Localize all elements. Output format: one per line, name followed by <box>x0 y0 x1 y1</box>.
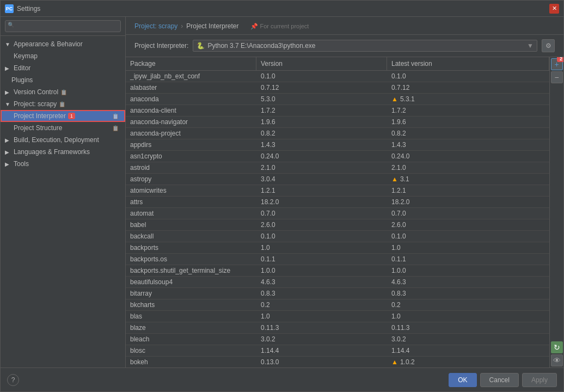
sidebar-item-label: Project Interpreter <box>14 112 66 120</box>
python-icon: 🐍 <box>197 42 205 50</box>
sidebar-item-version-control[interactable]: ▶ Version Control 📋 <box>1 86 125 98</box>
table-row[interactable]: astroid2.1.02.1.0 <box>126 162 549 174</box>
table-row[interactable]: anaconda-project0.8.20.8.2 <box>126 128 549 139</box>
cancel-button[interactable]: Cancel <box>480 373 519 387</box>
table-row[interactable]: bokeh0.13.0▲1.0.2 <box>126 357 549 367</box>
sidebar-item-label: Project: scrapy <box>14 100 57 108</box>
table-row[interactable]: atomicwrites1.2.11.2.1 <box>126 185 549 197</box>
copy-icon: 📋 <box>112 113 119 119</box>
interpreter-settings-button[interactable]: ⚙ <box>542 39 555 52</box>
table-row[interactable]: blaze0.11.30.11.3 <box>126 322 549 334</box>
package-name: backports.os <box>126 254 256 265</box>
settings-window: PC Settings ✕ ▼ Appearance & Behavior Ke… <box>0 0 564 392</box>
table-row[interactable]: attrs18.2.018.2.0 <box>126 197 549 208</box>
sidebar-item-plugins[interactable]: Plugins <box>1 74 125 86</box>
package-name: bleach <box>126 334 256 345</box>
refresh-button[interactable]: ↻ <box>551 341 563 353</box>
sidebar-item-label: Editor <box>14 64 30 72</box>
interpreter-select[interactable]: 🐍 Python 3.7 E:\Anaconda3\python.exe ▼ <box>193 40 537 52</box>
package-latest: 0.7.12 <box>387 82 549 93</box>
help-button[interactable]: ? <box>7 374 19 386</box>
package-latest: 0.1.1 <box>387 254 549 265</box>
sidebar-item-keymap[interactable]: Keymap <box>1 50 125 62</box>
package-name: astroid <box>126 162 256 173</box>
table-row[interactable]: babel2.6.02.6.0 <box>126 219 549 231</box>
breadcrumb-project[interactable]: Project: scrapy <box>134 22 177 30</box>
package-latest: ▲1.0.2 <box>387 357 549 367</box>
package-latest: 2.1.0 <box>387 162 549 173</box>
table-row[interactable]: backports.os0.1.10.1.1 <box>126 254 549 265</box>
add-package-button[interactable]: + 2 <box>551 58 563 70</box>
packages-table: Package Version Latest version _ipyw_jla… <box>126 57 549 367</box>
package-latest: 1.0 <box>387 311 549 322</box>
package-name: backcall <box>126 231 256 242</box>
package-name: anaconda <box>126 94 256 105</box>
table-row[interactable]: backcall0.1.00.1.0 <box>126 231 549 242</box>
table-row[interactable]: appdirs1.4.31.4.3 <box>126 139 549 151</box>
expand-arrow-icon: ▶ <box>5 137 11 143</box>
table-row[interactable]: _ipyw_jlab_nb_ext_conf0.1.00.1.0 <box>126 71 549 82</box>
table-row[interactable]: automat0.7.00.7.0 <box>126 208 549 219</box>
table-row[interactable]: beautifulsoup44.6.34.6.3 <box>126 277 549 288</box>
package-name: blas <box>126 311 256 322</box>
package-name: blosc <box>126 345 256 356</box>
close-button[interactable]: ✕ <box>549 4 559 14</box>
sidebar-item-languages[interactable]: ▶ Languages & Frameworks <box>1 146 125 158</box>
package-latest: 4.6.3 <box>387 277 549 287</box>
sidebar-item-project[interactable]: ▼ Project: scrapy 📋 <box>1 98 125 110</box>
table-row[interactable]: anaconda5.3.0▲5.3.1 <box>126 94 549 105</box>
package-version: 3.0.4 <box>256 174 387 185</box>
gear-icon: ⚙ <box>545 42 551 50</box>
sidebar-item-label: Build, Execution, Deployment <box>14 136 99 144</box>
info-button[interactable]: 👁 <box>551 354 563 366</box>
sidebar-item-label: Plugins <box>11 76 33 84</box>
sidebar-item-appearance[interactable]: ▼ Appearance & Behavior <box>1 38 125 50</box>
table-row[interactable]: backports1.01.0 <box>126 242 549 254</box>
sidebar: ▼ Appearance & Behavior Keymap ▶ Editor … <box>1 17 126 367</box>
table-row[interactable]: asn1crypto0.24.00.24.0 <box>126 151 549 162</box>
package-latest: 0.11.3 <box>387 322 549 333</box>
sidebar-item-editor[interactable]: ▶ Editor <box>1 62 125 74</box>
col-version: Version <box>256 57 387 70</box>
package-name: alabaster <box>126 82 256 93</box>
breadcrumb: Project: scrapy › Project Interpreter 📌 … <box>126 17 563 35</box>
table-row[interactable]: backports.shutil_get_terminal_size1.0.01… <box>126 265 549 277</box>
sidebar-item-build[interactable]: ▶ Build, Execution, Deployment <box>1 134 125 146</box>
table-body: _ipyw_jlab_nb_ext_conf0.1.00.1.0alabaste… <box>126 71 549 367</box>
sidebar-item-label: Languages & Frameworks <box>14 148 90 156</box>
table-row[interactable]: anaconda-client1.7.21.7.2 <box>126 105 549 117</box>
interpreter-row: Project Interpreter: 🐍 Python 3.7 E:\Ana… <box>126 35 563 57</box>
table-row[interactable]: blas1.01.0 <box>126 311 549 322</box>
table-row[interactable]: astropy3.0.4▲3.1 <box>126 174 549 185</box>
package-latest: 0.24.0 <box>387 151 549 162</box>
table-row[interactable]: blosc1.14.41.14.4 <box>126 345 549 357</box>
package-name: bokeh <box>126 357 256 367</box>
eye-icon: 👁 <box>553 356 561 365</box>
sidebar-item-project-structure[interactable]: Project Structure 📋 <box>1 122 125 134</box>
search-input[interactable] <box>5 20 121 32</box>
package-latest: 1.0.0 <box>387 265 549 276</box>
package-name: beautifulsoup4 <box>126 277 256 287</box>
minus-icon: − <box>554 73 559 82</box>
remove-package-button[interactable]: − <box>551 71 563 83</box>
ok-button[interactable]: OK <box>449 373 476 387</box>
table-row[interactable]: bitarray0.8.30.8.3 <box>126 288 549 299</box>
package-latest: 18.2.0 <box>387 197 549 207</box>
package-version: 2.6.0 <box>256 219 387 230</box>
package-latest: 0.1.0 <box>387 231 549 242</box>
title-bar: PC Settings ✕ <box>1 1 563 17</box>
package-latest: 2.6.0 <box>387 219 549 230</box>
table-row[interactable]: bleach3.0.23.0.2 <box>126 334 549 345</box>
table-row[interactable]: bkcharts0.20.2 <box>126 299 549 311</box>
expand-arrow-icon: ▶ <box>5 89 11 95</box>
update-badge: 1 <box>68 113 75 119</box>
table-row[interactable]: anaconda-navigator1.9.61.9.6 <box>126 117 549 128</box>
apply-button[interactable]: Apply <box>522 373 557 387</box>
table-row[interactable]: alabaster0.7.120.7.12 <box>126 82 549 94</box>
pin-icon: 📌 <box>250 23 258 29</box>
package-version: 0.13.0 <box>256 357 387 367</box>
package-latest: 1.4.3 <box>387 139 549 150</box>
sidebar-item-project-interpreter[interactable]: Project Interpreter 1 📋 <box>1 110 125 122</box>
package-version: 2.1.0 <box>256 162 387 173</box>
sidebar-item-tools[interactable]: ▶ Tools <box>1 158 125 170</box>
